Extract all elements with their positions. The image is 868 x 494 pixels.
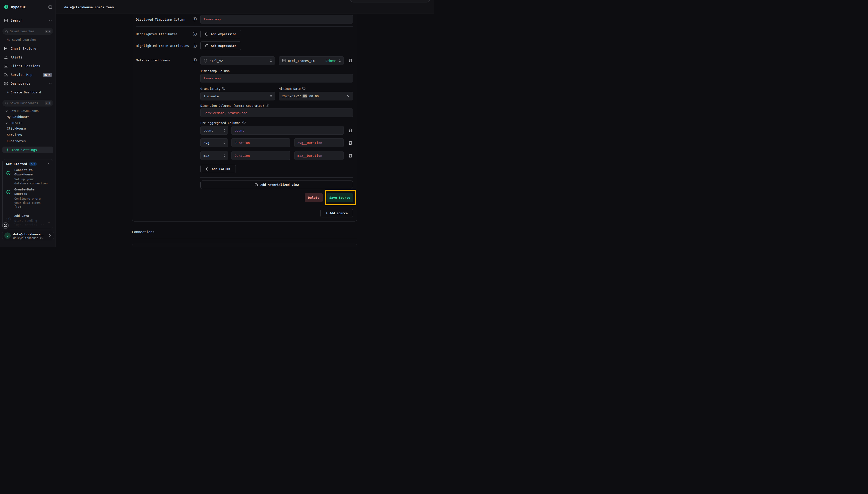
avatar: D xyxy=(4,232,11,239)
aggregation-alias-input[interactable]: avg__Duration xyxy=(294,138,344,147)
highlighted-trace-attributes-label: Highlighted Trace Attributes xyxy=(136,44,189,48)
help-icon[interactable]: ? xyxy=(193,44,197,48)
delete-column-row-button[interactable] xyxy=(348,128,352,132)
aggregation-fn-select[interactable]: avg xyxy=(200,138,228,147)
aggregation-alias-input[interactable]: max__Duration xyxy=(294,151,344,160)
section-label-text: SAVED DASHBOARDS xyxy=(10,110,39,112)
saved-dashboards-section[interactable]: SAVED DASHBOARDS xyxy=(5,110,39,112)
help-icon[interactable]: ? xyxy=(222,87,225,90)
input-value: ServiceName, StatusCode xyxy=(204,111,247,115)
get-started-step-connect[interactable]: Connect toClickHouse Set up yourdatabase… xyxy=(14,168,51,185)
chevron-up-icon[interactable] xyxy=(49,19,52,21)
sidebar-item-client-sessions[interactable]: Client Sessions xyxy=(4,63,52,69)
delete-source-button[interactable]: Delete xyxy=(305,193,323,202)
chevron-up-icon[interactable] xyxy=(49,82,52,84)
add-materialized-view-button[interactable]: Add Materialized View xyxy=(200,180,353,189)
no-saved-searches-text: No saved searches xyxy=(7,38,37,41)
get-started-title: Get Started xyxy=(6,162,27,166)
button-label: Add Column xyxy=(212,167,230,171)
displayed-timestamp-input[interactable]: Timestamp xyxy=(200,15,353,23)
saved-searches-input[interactable] xyxy=(10,30,43,33)
presets-section[interactable]: PRESETS xyxy=(5,121,23,125)
aggregation-expression-input[interactable]: count xyxy=(231,126,344,135)
sidebar-item-chart-explorer[interactable]: Chart Explorer xyxy=(4,45,52,52)
aggregation-fn-select[interactable]: count xyxy=(200,126,228,135)
hyperdx-logo-icon xyxy=(4,4,9,10)
add-column-button[interactable]: Add Column xyxy=(200,165,236,173)
sidebar-item-label: Alerts xyxy=(11,55,52,59)
search-nav-icon xyxy=(4,18,8,23)
help-icon[interactable]: ? xyxy=(242,121,246,124)
sidebar-item-alerts[interactable]: Alerts xyxy=(4,54,52,60)
delete-materialized-view-button[interactable] xyxy=(348,58,352,63)
sidebar-item-label: Chart Explorer xyxy=(11,46,52,51)
sidebar-item-search[interactable]: Search xyxy=(4,17,52,23)
user-name: dale@clickhouse.… xyxy=(13,232,44,236)
clear-date-icon[interactable] xyxy=(347,95,350,98)
check-circle-icon xyxy=(6,190,11,194)
sidebar-item-preset-services[interactable]: Services xyxy=(7,133,22,137)
aggregation-expression-input[interactable]: Duration xyxy=(231,151,290,160)
help-icon[interactable]: ? xyxy=(266,103,269,107)
bell-icon xyxy=(4,55,8,59)
trash-icon xyxy=(348,140,352,145)
schema-link[interactable]: Schema xyxy=(326,59,336,63)
help-button[interactable] xyxy=(2,222,9,229)
gear-icon xyxy=(5,148,9,152)
beta-badge: BETA xyxy=(43,73,52,77)
aggregation-expression-input[interactable]: Duration xyxy=(231,138,290,147)
chevron-updown-icon xyxy=(270,59,272,63)
get-started-step-sources[interactable]: Create DataSources Configure whereyour d… xyxy=(14,187,51,209)
granularity-select[interactable]: 1 minute xyxy=(200,92,275,100)
saved-dashboards-search[interactable]: ⌘ K xyxy=(2,100,53,107)
help-icon[interactable]: ? xyxy=(193,17,197,21)
user-menu[interactable]: D dale@clickhouse.… dale@clickhouse.c… xyxy=(2,231,54,240)
user-email: dale@clickhouse.c… xyxy=(13,236,43,240)
delete-column-row-button[interactable] xyxy=(348,140,352,145)
sidebar-item-dashboards[interactable]: Dashboards xyxy=(4,80,52,87)
add-expression-button[interactable]: Add expression xyxy=(200,41,241,50)
get-started-step-add-data[interactable]: Add Data Start sendinglogs, metrics, ort… xyxy=(14,214,51,228)
sidebar-item-team-settings[interactable]: Team Settings xyxy=(2,147,53,153)
table-icon xyxy=(282,59,286,63)
save-source-button[interactable]: Save Source xyxy=(327,193,353,202)
database-select[interactable]: otel_v2 xyxy=(200,56,275,65)
arrow-right-icon: → xyxy=(48,220,50,224)
sidebar-collapse-icon[interactable] xyxy=(48,5,52,9)
help-icon[interactable]: ? xyxy=(302,87,305,90)
chevron-updown-icon xyxy=(223,129,225,132)
saved-searches-search[interactable]: ⌘ K xyxy=(2,28,53,35)
get-started-card: Get Started 2/3 Connect toClickHouse Set… xyxy=(2,159,53,228)
step-title: Connect to xyxy=(14,168,33,172)
help-icon[interactable]: ? xyxy=(193,32,197,36)
sidebar-item-preset-kubernetes[interactable]: Kubernetes xyxy=(7,139,26,143)
plus-circle-icon xyxy=(205,44,209,48)
sidebar-item-preset-clickhouse[interactable]: ClickHouse xyxy=(7,127,26,130)
sidebar-item-my-dashboard[interactable]: My Dashboard xyxy=(7,115,30,119)
input-value: Duration xyxy=(235,141,250,145)
sidebar-item-label: Search xyxy=(11,18,46,22)
select-value: max xyxy=(204,154,221,157)
aggregation-fn-select[interactable]: max xyxy=(200,151,228,160)
input-value: Timestamp xyxy=(204,76,220,80)
chevron-up-icon[interactable] xyxy=(47,163,50,165)
saved-dashboards-input[interactable] xyxy=(10,101,43,105)
delete-column-row-button[interactable] xyxy=(348,153,352,158)
pre-aggregated-label: Pre-aggregated Columns? xyxy=(200,121,246,125)
sidebar-item-service-map[interactable]: Service Map BETA xyxy=(4,72,52,78)
trash-icon xyxy=(348,58,352,63)
sidebar-item-label: Dashboards xyxy=(11,81,46,86)
minimum-date-input[interactable]: 2026-01-2700:00:00 xyxy=(279,92,353,100)
select-value: avg xyxy=(204,141,221,145)
add-expression-button[interactable]: Add expression xyxy=(200,30,241,38)
logo[interactable]: HyperDX xyxy=(4,4,26,10)
create-dashboard-button[interactable]: + Create Dashboard xyxy=(7,91,41,94)
table-select[interactable]: otel_traces_1m Schema xyxy=(279,56,344,65)
keyboard-shortcut-badge: ⌘ K xyxy=(45,30,52,33)
help-icon[interactable]: ? xyxy=(193,58,197,62)
dimension-columns-input[interactable]: ServiceName, StatusCode xyxy=(200,109,353,117)
timestamp-column-input[interactable]: Timestamp xyxy=(200,74,353,82)
add-source-button[interactable]: + Add source xyxy=(321,209,353,217)
get-started-header[interactable]: Get Started 2/3 xyxy=(6,162,37,166)
time-segment: :00:00 xyxy=(307,94,319,98)
